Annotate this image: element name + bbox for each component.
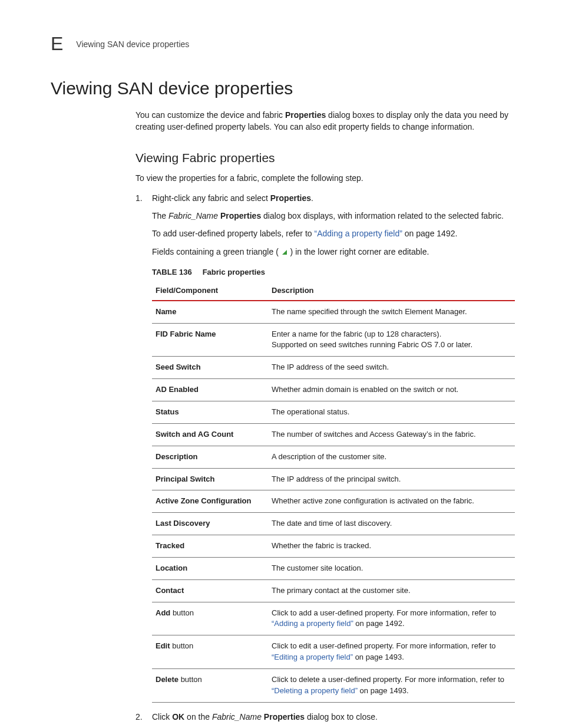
editable-triangle-icon [282,250,287,255]
table-row: TrackedWhether the fabric is tracked. [152,535,515,558]
table-caption: TABLE 136Fabric properties [152,267,515,278]
table-row: Switch and AG CountThe number of switche… [152,423,515,446]
field-cell: Seed Switch [152,357,268,379]
step-1: Right-click any fabric and select Proper… [135,192,515,703]
text: You can customize the device and fabric [135,110,285,120]
field-cell: Status [152,401,268,423]
description-cell: Whether the fabric is tracked. [268,535,515,558]
description-cell: Click to add a user-defined property. Fo… [268,602,515,635]
field-cell: Add button [152,602,268,635]
field-cell: FID Fabric Name [152,323,268,357]
field-cell: Tracked [152,535,268,558]
description-cell: The IP address of the principal switch. [268,468,515,490]
description-cell: The primary contact at the customer site… [268,579,515,602]
table-row: Active Zone ConfigurationWhether active … [152,490,515,513]
table-row: Seed SwitchThe IP address of the seed sw… [152,357,515,379]
text: on page 1492. [402,229,457,238]
field-cell: Switch and AG Count [152,423,268,446]
table-row: Principal SwitchThe IP address of the pr… [152,468,515,490]
table-title: Fabric properties [203,268,265,276]
field-cell: Principal Switch [152,468,268,490]
intro-paragraph: You can customize the device and fabric … [135,109,515,133]
running-title: Viewing SAN device properties [76,39,189,49]
xref-link[interactable]: “Adding a property field” [315,229,402,238]
step-subparagraph: The Fabric_Name Properties dialog box di… [152,210,515,222]
field-cell: Delete button [152,668,268,702]
description-cell: Click to edit a user-defined property. F… [268,635,515,669]
text-italic: Fabric_Name [168,211,218,220]
table-row: Add buttonClick to add a user-defined pr… [152,602,515,635]
table-row: NameThe name specified through the switc… [152,301,515,323]
text-italic: Fabric_Name [212,712,262,722]
table-number: TABLE 136 [152,268,192,276]
col-field: Field/Component [152,281,268,301]
text: . [311,193,313,203]
text: To add user-defined property labels, ref… [152,229,315,238]
text: ) in the lower right corner are editable… [290,247,429,256]
procedure-list: Right-click any fabric and select Proper… [135,192,515,723]
fabric-properties-table: Field/Component Description NameThe name… [152,281,515,703]
table-row: FID Fabric NameEnter a name for the fabr… [152,323,515,357]
text-bold: Properties [220,211,261,220]
page-title: Viewing SAN device properties [51,78,515,98]
table-header-row: Field/Component Description [152,281,515,301]
text: Click [152,712,172,722]
table-row: ContactThe primary contact at the custom… [152,579,515,602]
description-cell: The operational status. [268,401,515,423]
text: on the [184,712,212,722]
table-row: AD EnabledWhether admin domain is enable… [152,379,515,401]
field-cell: Last Discovery [152,513,268,535]
text-bold: Properties [264,712,305,722]
text: The [152,211,168,220]
field-cell: Active Zone Configuration [152,490,268,513]
section-heading: Viewing Fabric properties [135,151,515,165]
description-cell: Whether active zone configuration is act… [268,490,515,513]
table-row: StatusThe operational status. [152,401,515,423]
table-row: Delete buttonClick to delete a user-defi… [152,668,515,702]
text: Fields containing a green triangle ( [152,247,279,256]
description-cell: Click to delete a user-defined property.… [268,668,515,702]
text: dialog box displays, with information re… [261,211,504,220]
description-cell: Whether admin domain is enabled on the s… [268,379,515,401]
field-cell: Name [152,301,268,323]
description-cell: Enter a name for the fabric (up to 128 c… [268,323,515,357]
description-cell: The customer site location. [268,557,515,579]
col-description: Description [268,281,515,301]
text: Right-click any fabric and select [152,193,270,203]
table-row: DescriptionA description of the customer… [152,446,515,468]
lead-paragraph: To view the properties for a fabric, com… [135,172,515,184]
xref-link[interactable]: “Editing a property field” [272,653,353,661]
table-row: LocationThe customer site location. [152,557,515,579]
field-cell: Contact [152,579,268,602]
description-cell: The name specified through the switch El… [268,301,515,323]
table-row: Last DiscoveryThe date and time of last … [152,513,515,535]
step-subparagraph: To add user-defined property labels, ref… [152,228,515,239]
description-cell: The number of switches and Access Gatewa… [268,423,515,446]
text-bold: OK [172,712,184,722]
table-row: Edit buttonClick to edit a user-defined … [152,635,515,669]
step-2: Click OK on the Fabric_Name Properties d… [135,711,515,723]
description-cell: The date and time of last discovery. [268,513,515,535]
description-cell: The IP address of the seed switch. [268,357,515,379]
field-cell: Description [152,446,268,468]
text: dialog box to close. [305,712,378,722]
text-bold: Properties [270,193,311,203]
running-header: E Viewing SAN device properties [51,33,515,55]
step-subparagraph: Fields containing a green triangle ( ) i… [152,246,515,258]
text-bold: Properties [285,110,326,120]
field-cell: AD Enabled [152,379,268,401]
xref-link[interactable]: “Adding a property field” [272,619,353,628]
xref-link[interactable]: “Deleting a property field” [272,686,358,695]
field-cell: Edit button [152,635,268,669]
field-cell: Location [152,557,268,579]
description-cell: A description of the customer site. [268,446,515,468]
chapter-letter: E [51,33,63,55]
